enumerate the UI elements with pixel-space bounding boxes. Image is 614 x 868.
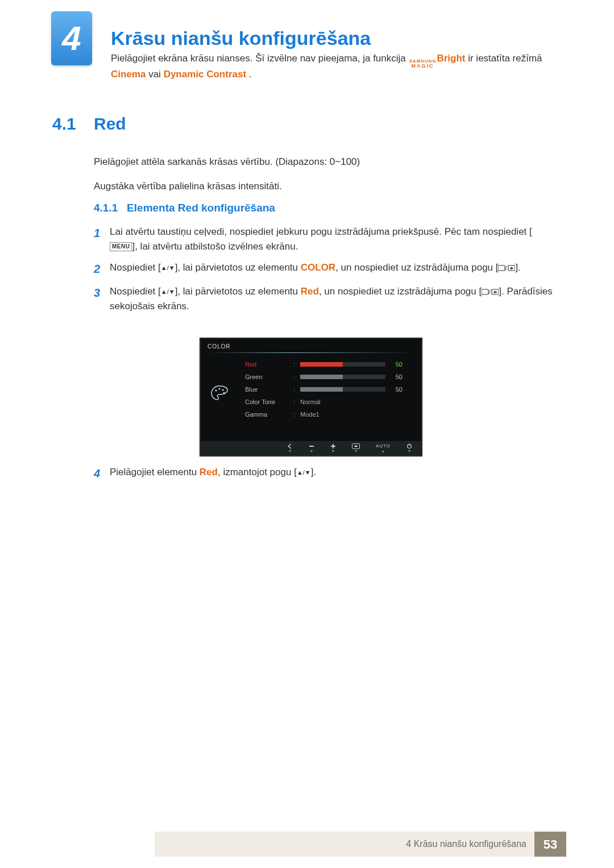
- enter-source-icon: /: [482, 286, 499, 297]
- intro-dot: .: [249, 69, 252, 80]
- body-p2: Augstāka vērtība palielina krāsas intens…: [94, 179, 543, 194]
- s1-a: Lai atvērtu taustiņu ceļvedi, nospiediet…: [110, 226, 532, 237]
- osd-rows: Red : 50 Green : 50 Blue : 50 Color Tone…: [245, 358, 411, 421]
- s4-a: Pielāgojiet elementu: [110, 467, 200, 477]
- osd-green-label: Green: [245, 372, 293, 382]
- osd-row-tone: Color Tone : Normal: [245, 396, 411, 408]
- section-title: Red: [94, 111, 126, 136]
- svg-point-6: [215, 390, 217, 392]
- step-2-number: 2: [94, 260, 110, 277]
- svg-point-9: [223, 392, 225, 394]
- osd-left-icon: ▼: [287, 443, 293, 453]
- steps-list: 1 Lai atvērtu taustiņu ceļvedi, nospiedi…: [94, 225, 554, 320]
- osd-panel: COLOR Red : 50 Green : 50 Blue : 50 Colo…: [200, 338, 422, 456]
- osd-tone-label: Color Tone: [245, 397, 293, 407]
- intro-text-a: Pielāgojiet ekrāna krāsu nianses. Šī izv…: [111, 53, 409, 64]
- svg-rect-15: [409, 444, 409, 446]
- page-footer: 4 Krāsu nianšu konfigurēšana 53: [0, 832, 614, 857]
- subsection-heading: 4.1.1 Elementa Red konfigurēšana: [94, 200, 275, 217]
- svg-rect-0: [498, 265, 505, 271]
- step-3-number: 3: [94, 284, 110, 313]
- osd-plus-icon: ▼: [330, 443, 336, 453]
- s3-c: , un nospiediet uz izstrādājuma pogu [: [319, 286, 482, 297]
- osd-row-blue: Blue : 50: [245, 383, 411, 396]
- step-1: 1 Lai atvērtu taustiņu ceļvedi, nospiedi…: [94, 225, 554, 254]
- step-1-text: Lai atvērtu taustiņu ceļvedi, nospiediet…: [110, 225, 554, 254]
- footer-chapter-ref: 4 Krāsu nianšu konfigurēšana: [155, 832, 534, 857]
- osd-tone-value: Normal: [300, 397, 320, 407]
- page-number: 53: [534, 832, 566, 857]
- osd-auto-label: AUTO▼: [376, 443, 391, 454]
- osd-power-icon: ▼: [406, 443, 412, 453]
- s1-b: ], lai atvērtu atbilstošo izvēlnes ekrān…: [132, 241, 298, 252]
- osd-green-value: 50: [389, 372, 403, 382]
- osd-blue-bar: [300, 387, 385, 392]
- s2-d: ].: [515, 262, 520, 273]
- osd-title: COLOR: [208, 342, 231, 351]
- up-down-arrow-icon: ▲/▼: [161, 288, 175, 295]
- osd-row-red: Red : 50: [245, 358, 411, 371]
- osd-red-value: 50: [389, 360, 403, 369]
- chapter-title: Krāsu nianšu konfigurēšana: [111, 24, 371, 53]
- osd-minus-icon: ▼: [309, 443, 314, 453]
- osd-red-label: Red: [245, 360, 293, 369]
- osd-bottom-bar: ▼ ▼ ▼ ▼ AUTO▼ ▼: [201, 441, 421, 455]
- menu-button-icon: MENU: [110, 242, 132, 251]
- step-4-text: Pielāgojiet elementu Red, izmantojot pog…: [110, 465, 543, 482]
- section-body: Pielāgojiet attēla sarkanās krāsas vērtī…: [94, 145, 543, 203]
- osd-separator: [206, 352, 416, 353]
- chapter-number-tab: 4: [51, 11, 92, 65]
- step-3: 3 Nospiediet [▲/▼], lai pārvietotos uz e…: [94, 284, 554, 313]
- color-word: COLOR: [301, 262, 335, 273]
- svg-rect-10: [309, 446, 314, 447]
- svg-text:/: /: [505, 265, 507, 271]
- svg-rect-3: [482, 289, 488, 294]
- svg-point-7: [219, 388, 221, 390]
- s4-b: , izmantojot pogu [: [218, 467, 297, 477]
- subsection-title: Elementa Red konfigurēšana: [127, 202, 275, 214]
- section-number: 4.1: [52, 111, 76, 136]
- step-3-text: Nospiediet [▲/▼], lai pārvietotos uz ele…: [110, 284, 554, 313]
- s3-a: Nospiediet [: [110, 286, 161, 297]
- up-down-arrow-icon: ▲/▼: [297, 469, 311, 476]
- subsection-num: 4.1.1: [94, 202, 118, 214]
- s3-b: ], lai pārvietotos uz elementu: [175, 286, 301, 297]
- s2-c: , un nospiediet uz izstrādājuma pogu [: [335, 262, 498, 273]
- intro-paragraph: Pielāgojiet ekrāna krāsu nianses. Šī izv…: [111, 51, 543, 82]
- svg-text:/: /: [489, 289, 491, 295]
- osd-green-bar: [300, 375, 385, 379]
- step-1-number: 1: [94, 225, 110, 254]
- bright-word: Bright: [437, 53, 465, 64]
- enter-source-icon: /: [498, 262, 515, 273]
- intro-text-b: ir iestatīta režīmā: [468, 53, 542, 64]
- samsung-magic-logo: SAMSUNG MAGIC: [409, 59, 437, 68]
- magic-word: MAGIC: [411, 64, 434, 68]
- osd-gamma-label: Gamma: [245, 410, 293, 420]
- palette-icon: [210, 383, 229, 402]
- body-p1: Pielāgojiet attēla sarkanās krāsas vērtī…: [94, 155, 543, 169]
- cinema-word: Cinema: [111, 69, 146, 80]
- s2-a: Nospiediet [: [110, 262, 161, 273]
- red-word: Red: [301, 286, 319, 297]
- step-2-text: Nospiediet [▲/▼], lai pārvietotos uz ele…: [110, 260, 554, 277]
- up-down-arrow-icon: ▲/▼: [161, 264, 175, 271]
- osd-enter-icon: ▼: [352, 443, 360, 453]
- osd-red-bar: [300, 362, 385, 367]
- osd-gamma-value: Mode1: [300, 410, 320, 420]
- svg-point-8: [222, 389, 224, 391]
- osd-row-gamma: Gamma : Mode1: [245, 408, 411, 421]
- svg-rect-12: [331, 446, 335, 447]
- dynamic-contrast-word: Dynamic Contrast: [164, 69, 246, 80]
- intro-or: vai: [148, 69, 163, 80]
- s4-c: ].: [311, 467, 316, 477]
- osd-blue-value: 50: [389, 385, 403, 394]
- step-4-number: 4: [94, 465, 110, 482]
- step-4: 4 Pielāgojiet elementu Red, izmantojot p…: [94, 465, 543, 489]
- osd-row-green: Green : 50: [245, 371, 411, 383]
- chapter-number: 4: [62, 13, 81, 64]
- s2-b: ], lai pārvietotos uz elementu: [175, 262, 301, 273]
- step-2: 2 Nospiediet [▲/▼], lai pārvietotos uz e…: [94, 260, 554, 277]
- red-word: Red: [200, 467, 218, 477]
- osd-blue-label: Blue: [245, 385, 293, 394]
